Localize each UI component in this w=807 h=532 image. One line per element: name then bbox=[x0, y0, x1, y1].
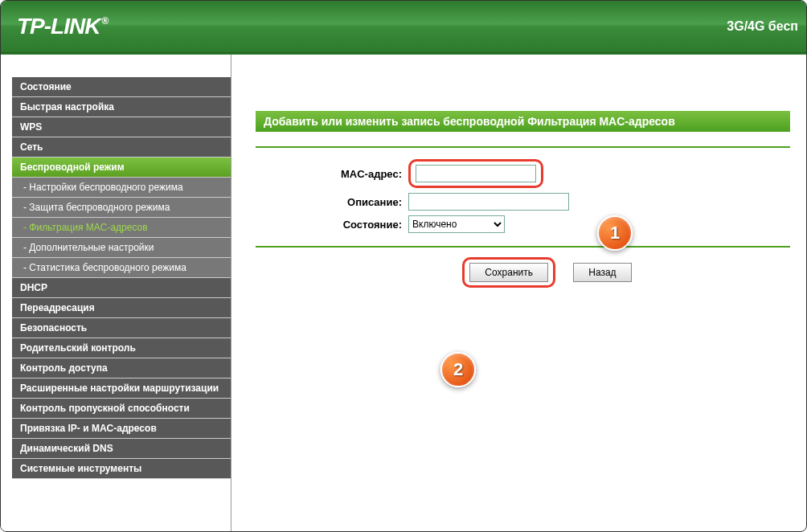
menu-item-16[interactable]: Контроль пропускной способности bbox=[12, 399, 231, 419]
menu-item-10[interactable]: DHCP bbox=[12, 278, 231, 298]
divider-bottom bbox=[256, 246, 790, 248]
menu-item-6[interactable]: - Защита беспроводного режима bbox=[12, 198, 231, 218]
button-row: Сохранить Назад bbox=[256, 257, 790, 288]
page-title: Добавить или изменить запись беспроводно… bbox=[256, 111, 790, 132]
menu-item-9[interactable]: - Статистика беспроводного режима bbox=[12, 258, 231, 278]
menu-item-14[interactable]: Контроль доступа bbox=[12, 358, 231, 379]
sidebar: СостояниеБыстрая настройкаWPSСетьБеспров… bbox=[1, 55, 231, 531]
row-mac: MAC-адрес: bbox=[256, 159, 790, 188]
menu-item-1[interactable]: Быстрая настройка bbox=[12, 97, 231, 117]
save-button[interactable]: Сохранить bbox=[469, 263, 548, 282]
menu-item-4[interactable]: Беспроводной режим bbox=[12, 158, 231, 178]
menu-item-3[interactable]: Сеть bbox=[12, 137, 231, 158]
highlight-save: Сохранить bbox=[462, 257, 555, 288]
menu-item-0[interactable]: Состояние bbox=[12, 77, 231, 97]
divider-top bbox=[256, 146, 790, 148]
menu-item-17[interactable]: Привязка IP- и MAC-адресов bbox=[12, 419, 231, 439]
mac-input[interactable] bbox=[416, 165, 536, 182]
menu-item-18[interactable]: Динамический DNS bbox=[12, 439, 231, 459]
desc-label: Описание: bbox=[256, 196, 408, 208]
back-button[interactable]: Назад bbox=[573, 263, 631, 282]
menu-item-15[interactable]: Расширенные настройки маршрутизации bbox=[12, 379, 231, 399]
menu-item-7[interactable]: - Фильтрация MAC-адресов bbox=[12, 218, 231, 238]
callout-1: 1 bbox=[597, 215, 633, 251]
desc-input[interactable] bbox=[408, 193, 569, 211]
state-select[interactable]: Включено bbox=[408, 215, 505, 233]
menu-item-2[interactable]: WPS bbox=[12, 117, 231, 137]
logo: TP-LINK® bbox=[17, 14, 108, 39]
nav-menu: СостояниеБыстрая настройкаWPSСетьБеспров… bbox=[12, 77, 231, 479]
highlight-mac bbox=[408, 159, 543, 188]
state-label: Состояние: bbox=[256, 219, 408, 231]
header: TP-LINK® 3G/4G бесп bbox=[1, 1, 806, 52]
content-area: Добавить или изменить запись беспроводно… bbox=[231, 55, 806, 531]
menu-item-11[interactable]: Переадресация bbox=[12, 298, 231, 318]
menu-item-5[interactable]: - Настройки беспроводного режима bbox=[12, 178, 231, 198]
mac-label: MAC-адрес: bbox=[256, 168, 408, 180]
callout-2: 2 bbox=[440, 352, 476, 387]
row-state: Состояние: Включено bbox=[256, 215, 790, 233]
header-tagline: 3G/4G бесп bbox=[727, 19, 798, 34]
menu-item-19[interactable]: Системные инструменты bbox=[12, 459, 231, 479]
menu-item-12[interactable]: Безопасность bbox=[12, 318, 231, 338]
row-desc: Описание: bbox=[256, 193, 790, 211]
menu-item-8[interactable]: - Дополнительные настройки bbox=[12, 238, 231, 258]
menu-item-13[interactable]: Родительский контроль bbox=[12, 338, 231, 358]
